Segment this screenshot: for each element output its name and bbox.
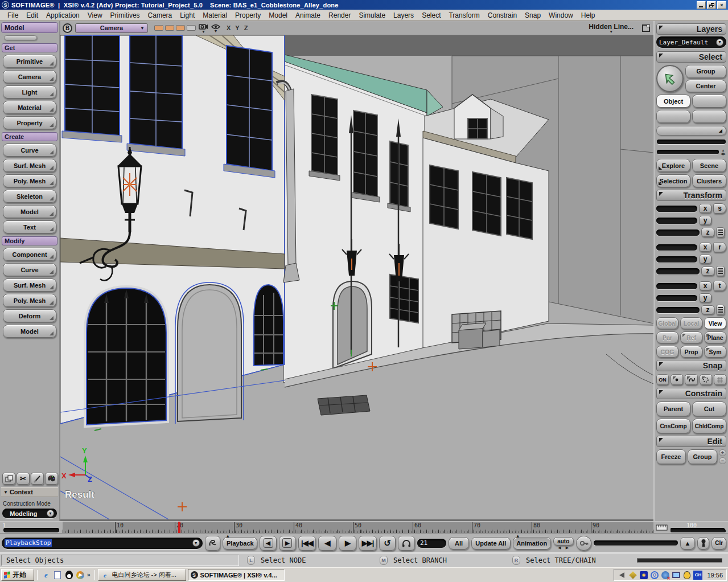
building-middle[interactable] [283, 55, 443, 383]
scale-z-button[interactable]: z [701, 228, 714, 237]
step-back-button[interactable]: ◀ [260, 536, 277, 551]
sym-mode-button[interactable]: Sym [704, 346, 726, 358]
menu-snap[interactable]: Snap [521, 10, 545, 21]
modify-component-button[interactable]: Component [3, 248, 56, 261]
prop-mode-button[interactable]: Prop [680, 346, 702, 358]
constrain-chldcomp-button[interactable]: ChldComp [692, 419, 726, 433]
constrain-cut-button[interactable]: Cut [692, 401, 726, 416]
axis-z-toggle[interactable]: Z [244, 24, 248, 31]
scissors-icon[interactable]: ✂ [17, 473, 30, 485]
create-poly-mesh-button[interactable]: Poly. Mesh [3, 174, 56, 187]
snap-boundary-button[interactable] [700, 374, 712, 385]
par-mode-button[interactable]: Par [656, 331, 678, 343]
select-object-button[interactable]: Object [656, 95, 690, 108]
translate-y-slider[interactable] [656, 295, 697, 301]
raise-button[interactable]: ▲ [680, 537, 695, 550]
selection-button[interactable]: Selection [656, 174, 690, 187]
menu-primitives[interactable]: Primitives [106, 10, 144, 21]
translate-y-button[interactable]: y [699, 293, 711, 302]
scene-button[interactable]: Scene [692, 159, 726, 172]
snap-point-button[interactable] [671, 374, 683, 385]
viewport-camera-menu[interactable]: Camera ▼ [75, 23, 148, 33]
toolbar-mode-header[interactable]: Model [1, 22, 58, 33]
qq-tray-icon[interactable] [682, 571, 691, 579]
constrain-section-header[interactable]: Constrain [656, 388, 726, 399]
clusters-button[interactable]: Clusters [692, 174, 726, 187]
memo-cam-4[interactable] [187, 25, 196, 31]
show-desktop-icon[interactable] [53, 571, 62, 580]
task-browser-window[interactable]: e 电白同乡论坛 -> 闲着... [98, 569, 186, 581]
display-mode-menu[interactable]: Hidden Line... ▼ [589, 23, 634, 33]
menu-window[interactable]: Window [545, 10, 577, 21]
brush-icon[interactable] [31, 473, 44, 485]
get-camera-button[interactable]: Camera [3, 70, 56, 83]
step-forward-button[interactable]: ▶ [279, 536, 296, 551]
view-mode-button[interactable]: View [704, 317, 726, 329]
language-indicator[interactable]: CH [693, 571, 702, 580]
modify-poly-mesh-button[interactable]: Poly. Mesh [3, 294, 56, 307]
camera-icon-menu[interactable]: ▼ [199, 23, 208, 33]
get-property-button[interactable]: Property [3, 116, 56, 129]
rotate-lock-icon[interactable] [716, 266, 725, 276]
close-button[interactable]: × [717, 1, 726, 9]
edit-group-button[interactable]: Group [688, 449, 717, 464]
title-bar[interactable]: S SOFTIMAGE® | XSI® v.4.2 (Adv) Project:… [0, 0, 728, 10]
select-flyout-bar[interactable]: ◢ [656, 126, 726, 136]
building-dormer[interactable] [423, 95, 549, 349]
layers-section-header[interactable]: Layers [656, 23, 726, 35]
translate-z-button[interactable]: z [701, 305, 714, 314]
rotate-z-slider[interactable] [656, 268, 700, 274]
scale-y-button[interactable]: y [699, 216, 711, 225]
cog-mode-button[interactable]: COG [656, 346, 678, 358]
edit-minus-button[interactable]: − [719, 457, 726, 464]
menu-material[interactable]: Material [199, 10, 231, 21]
edit-freeze-button[interactable]: Freeze [656, 449, 686, 464]
context-header[interactable]: ▼ Context [1, 487, 58, 497]
plane-mode-button[interactable]: Plane [704, 331, 726, 343]
memo-cam-1[interactable] [154, 25, 163, 31]
memo-cam-2[interactable] [165, 25, 174, 31]
offline-status-icon[interactable] [661, 571, 669, 579]
create-text-button[interactable]: Text [3, 220, 56, 233]
select-arrow-tool-button[interactable] [656, 65, 684, 92]
global-mode-button[interactable]: Global [656, 317, 678, 329]
scale-lock-icon[interactable] [716, 227, 725, 237]
quick-launch-overflow-icon[interactable]: » [87, 572, 91, 578]
menu-model[interactable]: Model [265, 10, 291, 21]
auto-key-button[interactable]: auto [553, 537, 574, 546]
translate-tool-button[interactable]: t [713, 281, 726, 291]
menu-render[interactable]: Render [324, 10, 355, 21]
key-button[interactable] [576, 536, 592, 551]
media-player-icon[interactable]: ▶ [76, 571, 85, 580]
menu-simulate[interactable]: Simulate [355, 10, 389, 21]
select-section-header[interactable]: Select [656, 51, 726, 63]
scale-y-slider[interactable] [656, 218, 697, 224]
keying-panel-button[interactable] [697, 537, 710, 550]
snap-curve-button[interactable] [685, 374, 697, 385]
translate-z-slider[interactable] [656, 307, 700, 313]
axis-x-toggle[interactable]: X [227, 24, 231, 31]
translate-lock-icon[interactable] [716, 305, 725, 315]
menu-layers[interactable]: Layers [389, 10, 418, 21]
viewport-resize-icon[interactable] [642, 24, 650, 32]
menu-light[interactable]: Light [176, 10, 199, 21]
network-icon[interactable] [672, 571, 680, 579]
explore-button[interactable]: Explore [656, 159, 690, 172]
toolbar-blank-button[interactable] [4, 35, 37, 40]
playback-mode-dropdown[interactable]: PlaybackStop ▼ [2, 538, 203, 549]
scale-x-button[interactable]: x [699, 204, 711, 213]
play-forward-button[interactable]: ▶ [339, 536, 357, 551]
timeline-end-box[interactable]: 100 [653, 522, 728, 534]
select-group-button[interactable]: Group [685, 65, 726, 78]
timeline-start-slider[interactable] [3, 528, 59, 532]
get-light-button[interactable]: Light [3, 85, 56, 99]
modify-deform-button[interactable]: Deform [3, 309, 56, 322]
translate-x-button[interactable]: x [699, 281, 711, 290]
scale-x-slider[interactable] [656, 206, 697, 212]
loop-button[interactable]: ↺ [379, 536, 396, 551]
rotate-y-slider[interactable] [656, 256, 697, 263]
go-to-start-button[interactable]: |◀◀ [298, 536, 316, 551]
constrain-cnscomp-button[interactable]: CnsComp [656, 419, 690, 433]
timeline-ruler[interactable]: 10 20 30 40 50 60 70 80 90 [63, 522, 653, 534]
snap-grid-button[interactable] [714, 374, 726, 385]
